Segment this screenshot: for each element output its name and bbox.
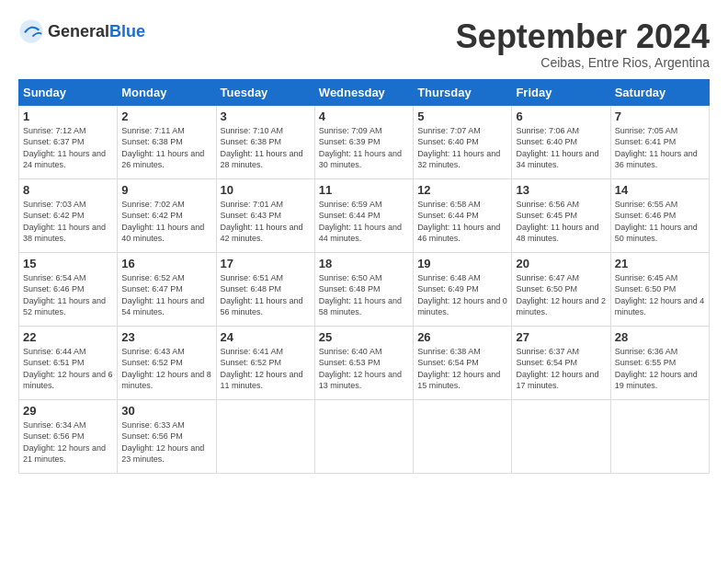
calendar-cell: 4Sunrise: 7:09 AMSunset: 6:39 PMDaylight… [314, 105, 413, 178]
day-number: 17 [221, 257, 311, 270]
day-info: Sunrise: 6:47 AMSunset: 6:50 PMDaylight:… [516, 272, 606, 318]
day-number: 19 [417, 257, 507, 270]
calendar-table: Sunday Monday Tuesday Wednesday Thursday… [18, 79, 710, 474]
svg-point-0 [19, 19, 42, 42]
logo-icon [18, 18, 44, 44]
calendar-cell: 1Sunrise: 7:12 AMSunset: 6:37 PMDaylight… [19, 105, 118, 178]
week-row-4: 22Sunrise: 6:44 AMSunset: 6:51 PMDayligh… [19, 326, 710, 399]
day-number: 16 [121, 257, 211, 270]
day-info: Sunrise: 6:50 AMSunset: 6:48 PMDaylight:… [319, 272, 409, 318]
day-info: Sunrise: 6:56 AMSunset: 6:45 PMDaylight:… [516, 199, 606, 245]
calendar-cell: 20Sunrise: 6:47 AMSunset: 6:50 PMDayligh… [512, 252, 610, 326]
day-info: Sunrise: 6:34 AMSunset: 6:56 PMDaylight:… [23, 419, 113, 465]
day-info: Sunrise: 6:40 AMSunset: 6:53 PMDaylight:… [319, 346, 409, 392]
day-number: 24 [221, 330, 311, 344]
calendar-cell: 29Sunrise: 6:34 AMSunset: 6:56 PMDayligh… [19, 399, 118, 473]
day-info: Sunrise: 7:12 AMSunset: 6:37 PMDaylight:… [23, 125, 113, 171]
day-info: Sunrise: 6:36 AMSunset: 6:55 PMDaylight:… [615, 346, 705, 392]
col-monday: Monday [118, 79, 216, 105]
day-number: 27 [516, 330, 606, 344]
week-row-5: 29Sunrise: 6:34 AMSunset: 6:56 PMDayligh… [19, 399, 710, 473]
day-number: 23 [121, 330, 211, 344]
calendar-cell: 12Sunrise: 6:58 AMSunset: 6:44 PMDayligh… [414, 178, 512, 252]
day-number: 6 [516, 109, 606, 123]
col-wednesday: Wednesday [314, 79, 413, 105]
calendar-cell: 21Sunrise: 6:45 AMSunset: 6:50 PMDayligh… [610, 252, 709, 326]
calendar-cell [414, 399, 512, 473]
calendar-cell: 7Sunrise: 7:05 AMSunset: 6:41 PMDaylight… [610, 105, 709, 178]
day-info: Sunrise: 7:05 AMSunset: 6:41 PMDaylight:… [615, 125, 705, 171]
day-info: Sunrise: 6:58 AMSunset: 6:44 PMDaylight:… [417, 199, 507, 245]
calendar-cell: 17Sunrise: 6:51 AMSunset: 6:48 PMDayligh… [216, 252, 314, 326]
month-title: September 2024 [456, 18, 710, 55]
day-number: 11 [319, 183, 409, 197]
calendar-cell: 15Sunrise: 6:54 AMSunset: 6:46 PMDayligh… [19, 252, 118, 326]
calendar-cell: 22Sunrise: 6:44 AMSunset: 6:51 PMDayligh… [19, 326, 118, 399]
col-thursday: Thursday [414, 79, 512, 105]
day-number: 5 [417, 109, 507, 123]
day-number: 12 [417, 183, 507, 197]
calendar-cell: 10Sunrise: 7:01 AMSunset: 6:43 PMDayligh… [216, 178, 314, 252]
day-number: 29 [23, 404, 113, 418]
calendar-cell: 18Sunrise: 6:50 AMSunset: 6:48 PMDayligh… [314, 252, 413, 326]
calendar-cell [512, 399, 610, 473]
calendar-cell: 2Sunrise: 7:11 AMSunset: 6:38 PMDaylight… [118, 105, 216, 178]
day-info: Sunrise: 6:37 AMSunset: 6:54 PMDaylight:… [516, 346, 606, 392]
day-number: 4 [319, 109, 409, 123]
day-number: 25 [319, 330, 409, 344]
col-friday: Friday [512, 79, 610, 105]
title-section: September 2024 Ceibas, Entre Rios, Argen… [456, 18, 710, 70]
day-info: Sunrise: 7:07 AMSunset: 6:40 PMDaylight:… [417, 125, 507, 171]
day-info: Sunrise: 6:55 AMSunset: 6:46 PMDaylight:… [615, 199, 705, 245]
location-subtitle: Ceibas, Entre Rios, Argentina [456, 55, 710, 70]
day-number: 2 [121, 109, 211, 123]
day-info: Sunrise: 6:54 AMSunset: 6:46 PMDaylight:… [23, 272, 113, 318]
day-info: Sunrise: 7:01 AMSunset: 6:43 PMDaylight:… [221, 199, 311, 245]
calendar-cell: 11Sunrise: 6:59 AMSunset: 6:44 PMDayligh… [314, 178, 413, 252]
day-info: Sunrise: 6:48 AMSunset: 6:49 PMDaylight:… [417, 272, 507, 318]
day-number: 14 [615, 183, 705, 197]
calendar-cell [610, 399, 709, 473]
calendar-cell: 9Sunrise: 7:02 AMSunset: 6:42 PMDaylight… [118, 178, 216, 252]
day-number: 18 [319, 257, 409, 270]
calendar-cell [216, 399, 314, 473]
logo-general-text: General [48, 23, 109, 40]
day-info: Sunrise: 6:52 AMSunset: 6:47 PMDaylight:… [121, 272, 211, 318]
week-row-1: 1Sunrise: 7:12 AMSunset: 6:37 PMDaylight… [19, 105, 710, 178]
day-number: 21 [615, 257, 705, 270]
calendar-cell: 19Sunrise: 6:48 AMSunset: 6:49 PMDayligh… [414, 252, 512, 326]
day-number: 3 [221, 109, 311, 123]
col-tuesday: Tuesday [216, 79, 314, 105]
day-number: 26 [417, 330, 507, 344]
day-info: Sunrise: 6:38 AMSunset: 6:54 PMDaylight:… [417, 346, 507, 392]
calendar-cell: 30Sunrise: 6:33 AMSunset: 6:56 PMDayligh… [118, 399, 216, 473]
day-number: 7 [615, 109, 705, 123]
col-sunday: Sunday [19, 79, 118, 105]
day-info: Sunrise: 6:43 AMSunset: 6:52 PMDaylight:… [121, 346, 211, 392]
col-saturday: Saturday [610, 79, 709, 105]
day-info: Sunrise: 6:41 AMSunset: 6:52 PMDaylight:… [221, 346, 311, 392]
calendar-cell: 23Sunrise: 6:43 AMSunset: 6:52 PMDayligh… [118, 326, 216, 399]
day-number: 20 [516, 257, 606, 270]
day-info: Sunrise: 6:59 AMSunset: 6:44 PMDaylight:… [319, 199, 409, 245]
calendar-cell: 14Sunrise: 6:55 AMSunset: 6:46 PMDayligh… [610, 178, 709, 252]
week-row-3: 15Sunrise: 6:54 AMSunset: 6:46 PMDayligh… [19, 252, 710, 326]
day-info: Sunrise: 7:09 AMSunset: 6:39 PMDaylight:… [319, 125, 409, 171]
calendar-cell: 5Sunrise: 7:07 AMSunset: 6:40 PMDaylight… [414, 105, 512, 178]
calendar-cell [314, 399, 413, 473]
day-info: Sunrise: 7:02 AMSunset: 6:42 PMDaylight:… [121, 199, 211, 245]
day-number: 28 [615, 330, 705, 344]
logo: General Blue [18, 18, 145, 44]
day-info: Sunrise: 7:03 AMSunset: 6:42 PMDaylight:… [23, 199, 113, 245]
day-info: Sunrise: 6:44 AMSunset: 6:51 PMDaylight:… [23, 346, 113, 392]
day-number: 9 [121, 183, 211, 197]
day-info: Sunrise: 6:45 AMSunset: 6:50 PMDaylight:… [615, 272, 705, 318]
week-row-2: 8Sunrise: 7:03 AMSunset: 6:42 PMDaylight… [19, 178, 710, 252]
day-info: Sunrise: 6:51 AMSunset: 6:48 PMDaylight:… [221, 272, 311, 318]
calendar-cell: 24Sunrise: 6:41 AMSunset: 6:52 PMDayligh… [216, 326, 314, 399]
calendar-cell: 28Sunrise: 6:36 AMSunset: 6:55 PMDayligh… [610, 326, 709, 399]
calendar-cell: 6Sunrise: 7:06 AMSunset: 6:40 PMDaylight… [512, 105, 610, 178]
day-info: Sunrise: 7:10 AMSunset: 6:38 PMDaylight:… [221, 125, 311, 171]
day-number: 30 [121, 404, 211, 418]
calendar-cell: 13Sunrise: 6:56 AMSunset: 6:45 PMDayligh… [512, 178, 610, 252]
